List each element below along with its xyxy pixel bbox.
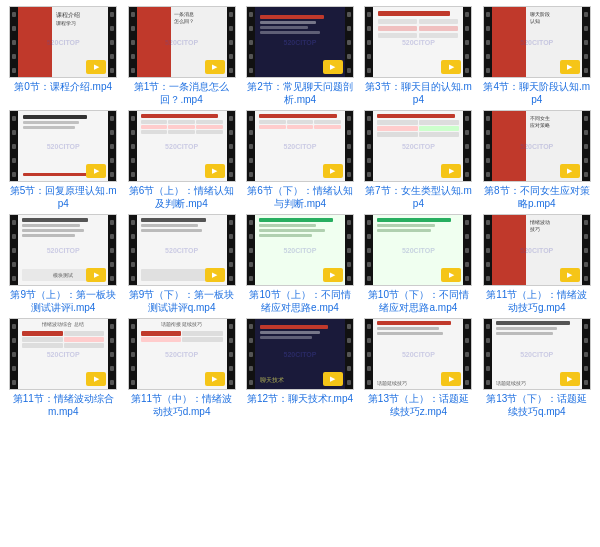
video-grid: 课程介绍课程学习 520CITOP 第0节：课程介绍.mp4 一条消息怎么回？ … <box>0 0 600 424</box>
list-item[interactable]: 520CITOP 第6节（下）：情绪认知与判断.mp4 <box>243 110 357 210</box>
item-label: 第13节（下）：话题延续技巧q.mp4 <box>483 392 591 418</box>
item-label: 第11节（中）：情绪波动技巧d.mp4 <box>128 392 236 418</box>
item-label: 第8节：不同女生应对策略p.mp4 <box>483 184 591 210</box>
item-label: 第3节：聊天目的认知.mp4 <box>364 80 472 106</box>
item-label: 第11节（上）：情绪波动技巧g.mp4 <box>483 288 591 314</box>
item-label: 第12节：聊天技术r.mp4 <box>246 392 354 405</box>
list-item[interactable]: 聊天技术 520CITOP 第12节：聊天技术r.mp4 <box>243 318 357 418</box>
list-item[interactable]: 课程介绍课程学习 520CITOP 第0节：课程介绍.mp4 <box>6 6 120 106</box>
list-item[interactable]: 话题延续技巧 520CITOP 第13节（下）：话题延续技巧q.mp4 <box>480 318 594 418</box>
item-label: 第9节（上）：第一板块测试讲评i.mp4 <box>9 288 117 314</box>
list-item[interactable]: 一条消息怎么回？ 520CITOP 第1节：一条消息怎么回？.mp4 <box>124 6 238 106</box>
item-label: 第10节（下）：不同情绪应对思路a.mp4 <box>364 288 472 314</box>
item-label: 第13节（上）：话题延续技巧z.mp4 <box>364 392 472 418</box>
list-item[interactable]: 520CITOP 第3节：聊天目的认知.mp4 <box>361 6 475 106</box>
item-label: 第11节：情绪波动综合m.mp4 <box>9 392 117 418</box>
item-label: 第0节：课程介绍.mp4 <box>9 80 117 93</box>
item-label: 第1节：一条消息怎么回？.mp4 <box>128 80 236 106</box>
item-label: 第4节：聊天阶段认知.mp4 <box>483 80 591 106</box>
list-item[interactable]: 520CITOP 第9节（下）：第一板块测试讲评q.mp4 <box>124 214 238 314</box>
list-item[interactable]: 520CITOP 第10节（上）：不同情绪应对思路e.mp4 <box>243 214 357 314</box>
list-item[interactable]: 520CITOP 第7节：女生类型认知.mp4 <box>361 110 475 210</box>
list-item[interactable]: 话题衔接 延续技巧 520CITOP 第11节（中）：情绪波动技巧d.mp4 <box>124 318 238 418</box>
list-item[interactable]: 模块测试 520CITOP 第9节（上）：第一板块测试讲评i.mp4 <box>6 214 120 314</box>
item-label: 第6节（下）：情绪认知与判断.mp4 <box>246 184 354 210</box>
item-label: 第5节：回复原理认知.mp4 <box>9 184 117 210</box>
item-label: 第10节（上）：不同情绪应对思路e.mp4 <box>246 288 354 314</box>
list-item[interactable]: 520CITOP 第10节（下）：不同情绪应对思路a.mp4 <box>361 214 475 314</box>
list-item[interactable]: 话题延续技巧 520CITOP 第13节（上）：话题延续技巧z.mp4 <box>361 318 475 418</box>
list-item[interactable]: 情绪波动技巧 520CITOP 第11节（上）：情绪波动技巧g.mp4 <box>480 214 594 314</box>
item-label: 第6节（上）：情绪认知及判断.mp4 <box>128 184 236 210</box>
list-item[interactable]: 520CITOP 第2节：常见聊天问题剖析.mp4 <box>243 6 357 106</box>
list-item[interactable]: 520CITOP 第5节：回复原理认知.mp4 <box>6 110 120 210</box>
list-item[interactable]: 520CITOP 第6节（上）：情绪认知及判断.mp4 <box>124 110 238 210</box>
item-label: 第9节（下）：第一板块测试讲评q.mp4 <box>128 288 236 314</box>
list-item[interactable]: 情绪波动综合 总结 520CITOP 第 <box>6 318 120 418</box>
list-item[interactable]: 不同女生应对策略 520CITOP 第8节：不同女生应对策略p.mp4 <box>480 110 594 210</box>
item-label: 第7节：女生类型认知.mp4 <box>364 184 472 210</box>
list-item[interactable]: 聊天阶段认知 520CITOP 第4节：聊天阶段认知.mp4 <box>480 6 594 106</box>
item-label: 第2节：常见聊天问题剖析.mp4 <box>246 80 354 106</box>
